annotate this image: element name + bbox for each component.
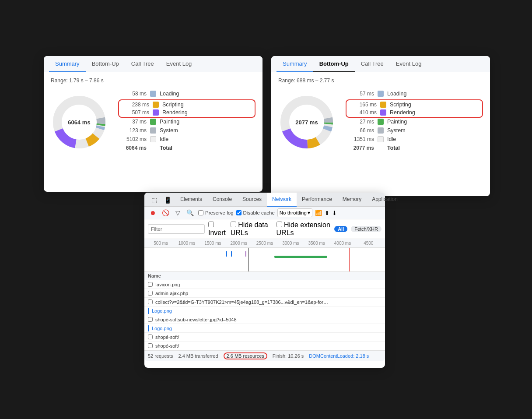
invert-label[interactable]: Invert [208, 221, 227, 237]
req-name-4: shopé-softsub-newsletter.jpg?id=5048 [155, 317, 330, 322]
row-checkbox-1[interactable] [148, 291, 153, 296]
left-performance-panel: Summary Bottom-Up Call Tree Event Log Ra… [44, 56, 262, 192]
legend-val-painting-left: 37 ms [118, 119, 147, 125]
legend-val-system-left: 123 ms [118, 127, 147, 134]
legend-row-total-right: 2077 ms Total [346, 145, 483, 151]
throttling-label: No throttling [280, 210, 307, 215]
hide-extension-urls-checkbox[interactable] [276, 222, 282, 227]
devtools-tab-memory[interactable]: Memory [337, 193, 367, 207]
record-button[interactable]: ⏺ [148, 208, 158, 217]
row-checkbox-4[interactable] [148, 317, 153, 322]
status-resources: 2.6 MB resources [224, 352, 267, 359]
ruler-1500: 1500 ms [200, 241, 226, 246]
hide-data-urls-checkbox[interactable] [231, 222, 236, 227]
left-legend: 58 ms Loading 238 ms Scripting 507 ms Re… [118, 91, 256, 154]
tab-calltree-right[interactable]: Call Tree [355, 56, 390, 72]
legend-dot-loading-right [378, 91, 384, 97]
row-color-bar-3 [148, 308, 149, 314]
legend-dot-total-right [378, 145, 384, 151]
devtools-tab-elements[interactable]: Elements [175, 193, 207, 207]
filter-button[interactable]: ▽ [174, 208, 182, 217]
devtools-device-icon[interactable]: 📱 [161, 194, 175, 206]
devtools-tab-network[interactable]: Network [267, 193, 297, 207]
ruler-2000: 2000 ms [226, 241, 252, 246]
tab-bottomup-left[interactable]: Bottom-Up [86, 56, 125, 72]
tab-bottomup-right[interactable]: Bottom-Up [313, 56, 355, 72]
devtools-tab-console[interactable]: Console [207, 193, 237, 207]
disable-cache-label[interactable]: Disable cache [236, 210, 275, 215]
legend-row-total-left: 6064 ms Total [118, 145, 256, 151]
request-row-5[interactable]: Logo.png [144, 324, 385, 333]
legend-val-system-right: 66 ms [346, 127, 374, 134]
legend-dot-system-left [150, 127, 156, 134]
right-chart-area: 2077 ms 57 ms Loading 165 ms Scripting [278, 91, 483, 154]
timeline-red-vline [349, 248, 350, 271]
req-name-6: shopé-soft/ [155, 334, 330, 340]
ruler-3000: 3000 ms [278, 241, 304, 246]
filter-input[interactable] [148, 224, 205, 234]
request-row-3[interactable]: Logo.png [144, 306, 385, 315]
timeline-marker-3 [245, 251, 246, 257]
request-row-1[interactable]: admin-ajax.php [144, 289, 385, 298]
legend-row-rendering-left: 507 ms Rendering [121, 109, 253, 116]
invert-checkbox[interactable] [208, 222, 214, 227]
legend-dot-painting-left [150, 119, 156, 125]
legend-row-painting-right: 27 ms Painting [346, 119, 483, 125]
legend-dot-rendering-right [380, 109, 386, 116]
request-row-4[interactable]: shopé-softsub-newsletter.jpg?id=5048 [144, 315, 385, 324]
legend-label-idle-right: Idle [387, 136, 396, 142]
request-row-6[interactable]: shopé-soft/ [144, 333, 385, 342]
left-donut-label: 6064 ms [68, 119, 90, 126]
clear-button[interactable]: 🚫 [160, 208, 171, 217]
right-tab-bar: Summary Bottom-Up Call Tree Event Log [271, 56, 490, 72]
hide-data-urls-label[interactable]: Hide data URLs [231, 221, 273, 237]
preserve-log-checkbox[interactable] [198, 210, 203, 215]
timeline-marker-1 [226, 251, 227, 257]
legend-dot-system-right [378, 127, 384, 134]
tab-calltree-left[interactable]: Call Tree [125, 56, 160, 72]
tab-eventlog-right[interactable]: Event Log [390, 56, 428, 72]
devtools-tab-application[interactable]: Application [367, 193, 403, 207]
legend-row-idle-right: 1351 ms Idle [346, 136, 483, 142]
legend-label-total-left: Total [160, 145, 172, 151]
row-checkbox-0[interactable] [148, 282, 153, 287]
legend-label-total-right: Total [387, 145, 400, 151]
legend-val-idle-right: 1351 ms [346, 136, 374, 142]
req-name-2: collect?v=2&tid=G-T3YT907K21>m=45je4ag10… [155, 299, 330, 305]
name-column-header: Name [148, 273, 161, 278]
request-row-0[interactable]: favicon.png [144, 280, 385, 289]
request-row-2[interactable]: collect?v=2&tid=G-T3YT907K21>m=45je4ag10… [144, 298, 385, 306]
left-panel-content: Range: 1.79 s – 7.86 s [44, 72, 262, 159]
preserve-log-label[interactable]: Preserve log [198, 210, 234, 215]
tab-summary-left[interactable]: Summary [49, 56, 86, 72]
timeline-bar-green [274, 256, 327, 258]
legend-label-scripting-left: Scripting [162, 102, 184, 108]
legend-label-painting-right: Painting [387, 119, 407, 125]
row-checkbox-2[interactable] [148, 299, 153, 304]
legend-dot-idle-right [378, 136, 384, 142]
filter-pill-fetch[interactable]: Fetch/XHR [351, 226, 382, 232]
left-donut-chart: 6064 ms [51, 94, 108, 151]
left-range-label: Range: 1.79 s – 7.86 s [51, 77, 256, 84]
request-row-7[interactable]: shopé-soft/ [144, 342, 385, 350]
throttling-select[interactable]: No throttling ▾ [277, 208, 312, 217]
tab-summary-right[interactable]: Summary [276, 56, 313, 72]
legend-val-scripting-left: 238 ms [121, 102, 149, 108]
disable-cache-checkbox[interactable] [236, 210, 242, 215]
row-checkbox-7[interactable] [148, 343, 153, 348]
devtools-tab-performance[interactable]: Performance [297, 193, 337, 207]
legend-label-painting-left: Painting [160, 119, 179, 125]
left-tab-bar: Summary Bottom-Up Call Tree Event Log [44, 56, 262, 72]
row-color-bar-5 [148, 325, 149, 331]
legend-dot-rendering-left [153, 109, 159, 116]
search-button[interactable]: 🔍 [185, 208, 196, 217]
hide-extension-urls-label[interactable]: Hide extension URLs [276, 221, 331, 237]
row-checkbox-6[interactable] [148, 334, 153, 339]
devtools-inspect-icon[interactable]: ⬚ [148, 194, 161, 206]
tab-eventlog-left[interactable]: Event Log [160, 56, 198, 72]
timeline-marker-2 [231, 251, 232, 257]
legend-dot-idle-left [150, 136, 156, 142]
req-name-0: favicon.png [155, 282, 330, 287]
filter-pill-all[interactable]: All [334, 226, 347, 232]
devtools-tab-sources[interactable]: Sources [237, 193, 267, 207]
